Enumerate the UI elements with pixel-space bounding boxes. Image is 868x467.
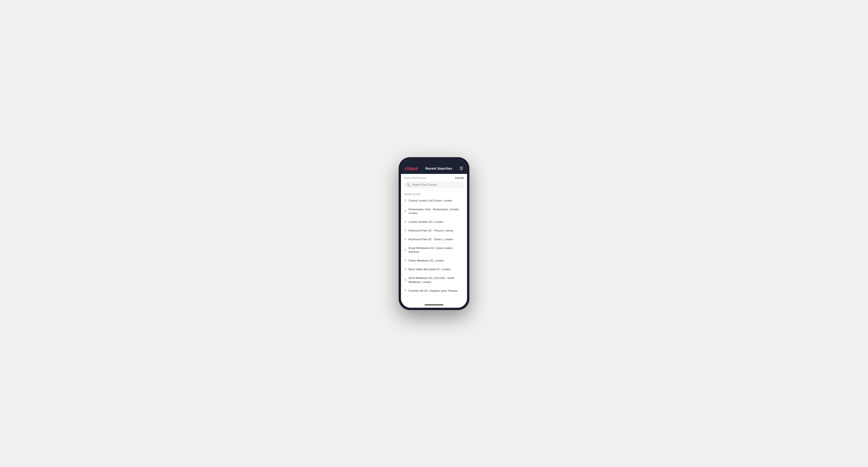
- list-item[interactable]: ⚲ Central London Golf Centre, London: [401, 196, 467, 205]
- home-indicator: [401, 303, 467, 308]
- hamburger-icon[interactable]: ☰: [460, 166, 463, 170]
- pin-icon: ⚲: [404, 220, 407, 223]
- app-header: clippd Recent Searches ☰: [401, 159, 467, 174]
- course-name: Brent Valley Municipal GC, London: [408, 268, 451, 271]
- search-input-wrap: 🔍: [404, 182, 464, 188]
- pin-icon: ⚲: [404, 268, 407, 271]
- phone-frame: clippd Recent Searches ☰ Find a Golf Cou…: [399, 157, 469, 310]
- search-input[interactable]: [412, 183, 461, 186]
- course-name: Richmond Park GC - Prince's, Surrey: [408, 229, 453, 232]
- course-name: Dukes Meadows GC, London: [408, 259, 444, 262]
- pin-icon: ⚲: [404, 259, 407, 262]
- course-name: Central London Golf Centre, London: [408, 199, 452, 203]
- course-name: North Middlesex GC (1011942 - North Midd…: [408, 276, 464, 284]
- list-item[interactable]: ⚲ Coombe Hill GC, Kingston upon Thames: [401, 286, 467, 295]
- home-bar: [425, 304, 443, 305]
- course-name: London Scottish GC, London: [408, 220, 443, 224]
- list-item[interactable]: ⚲ North Middlesex GC (1011942 - North Mi…: [401, 274, 467, 286]
- courses-section: Nearby courses ⚲ Central London Golf Cen…: [401, 191, 467, 303]
- course-name: Richmond Park GC - Duke's, London: [408, 238, 453, 241]
- find-label: Find a Golf Course: [404, 177, 426, 179]
- phone-screen: clippd Recent Searches ☰ Find a Golf Cou…: [401, 159, 467, 308]
- search-icon: 🔍: [407, 183, 410, 187]
- app-logo: clippd: [405, 166, 418, 171]
- list-item[interactable]: ⚲ Richmond Park GC - Duke's, London: [401, 235, 467, 244]
- section-label: Nearby courses: [401, 191, 467, 196]
- list-item[interactable]: ⚲ London Scottish GC, London: [401, 218, 467, 226]
- list-item[interactable]: ⚲ Dukes Meadows GC, London: [401, 256, 467, 265]
- list-item[interactable]: ⚲ Royal Wimbledon GC, Great London Autho…: [401, 244, 467, 256]
- list-item[interactable]: ⚲ Richmond Park GC - Prince's, Surrey: [401, 226, 467, 235]
- pin-icon: ⚲: [404, 209, 407, 213]
- pin-icon: ⚲: [404, 199, 407, 202]
- course-name: Royal Wimbledon GC, Great London Authori…: [408, 246, 464, 254]
- pin-icon: ⚲: [404, 248, 407, 252]
- list-item[interactable]: ⚲ Brent Valley Municipal GC, London: [401, 265, 467, 274]
- header-title: Recent Searches: [426, 166, 452, 170]
- pin-icon: ⚲: [404, 238, 407, 241]
- cancel-button[interactable]: Cancel: [455, 176, 464, 180]
- course-name: Roehampton Club - Roehampton, Greater Lo…: [408, 208, 464, 215]
- search-area: Find a Golf Course Cancel 🔍: [401, 174, 467, 191]
- list-item[interactable]: ⚲ Roehampton Club - Roehampton, Greater …: [401, 205, 467, 218]
- course-name: Coombe Hill GC, Kingston upon Thames: [408, 289, 458, 292]
- search-top-row: Find a Golf Course Cancel: [404, 176, 464, 180]
- pin-icon: ⚲: [404, 278, 407, 282]
- pin-icon: ⚲: [404, 289, 407, 292]
- pin-icon: ⚲: [404, 229, 407, 232]
